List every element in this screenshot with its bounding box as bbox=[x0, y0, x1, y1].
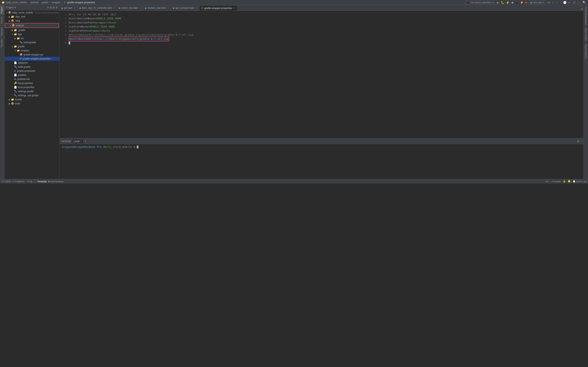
tree-local-props[interactable]: ▶ 📄 local.properties bbox=[4, 85, 60, 89]
tree-root[interactable]: ▾ 📦 daily_score_mobile ~/Documents/study… bbox=[4, 11, 60, 15]
tree-gradle-wrapper-props[interactable]: ▶ ⚙ gradle-wrapper.properties bbox=[4, 57, 60, 61]
git-check2-icon[interactable]: ✓ bbox=[555, 1, 559, 4]
file-tree-body: ▾ 📦 daily_score_mobile ~/Documents/study… bbox=[4, 10, 60, 179]
git-check1-icon[interactable]: ✓ bbox=[552, 1, 555, 4]
tree-gradlew-bat[interactable]: ▶ 🖥 gradlew.bat bbox=[4, 77, 60, 81]
tree-gradle-wrapper-props-label: gradle-wrapper.properties bbox=[23, 57, 51, 60]
tree-app[interactable]: ▾ 📁 app bbox=[4, 32, 60, 36]
git-branch-icon[interactable]: ⎇ bbox=[572, 1, 576, 4]
tree-dot-gradle[interactable]: ▶ 📁 .gradle bbox=[4, 28, 60, 32]
tab-flare-close[interactable]: ✕ bbox=[113, 7, 115, 9]
code-line-6: #distributionUrl=https\://services.gradl… bbox=[69, 33, 582, 37]
collapse-icon[interactable]: ⊟ bbox=[50, 6, 52, 9]
tab-props-close[interactable]: ✕ bbox=[233, 7, 236, 9]
tree-gradlew[interactable]: ▶ 📄 gradlew bbox=[4, 73, 60, 77]
breadcrumb-file[interactable]: gradle-wrapper.properties bbox=[67, 1, 95, 4]
breadcrumb-android[interactable]: android bbox=[30, 1, 38, 4]
sidebar-commit[interactable]: Commit bbox=[0, 15, 4, 25]
tree-build[interactable]: ▶ 📦 build bbox=[4, 101, 60, 106]
hot-reload-icon[interactable]: ⚡ bbox=[520, 1, 524, 4]
tree-gradle-wrapper-jar[interactable]: ▶ 📦 gradle-wrapper.jar bbox=[4, 53, 60, 57]
flutter-inspector-label[interactable]: Flutter Inspector bbox=[584, 42, 587, 60]
status-dart-analysis[interactable]: ◆ Dart Analysis bbox=[48, 180, 63, 183]
status-branch[interactable]: ⎇ master bbox=[551, 180, 561, 183]
tab-student-dao[interactable]: ◆ student_dao.dart ✕ bbox=[143, 5, 171, 11]
line1-content: #Fri Jun 23 08:50:38 CEST 2017 bbox=[69, 12, 117, 17]
tab-flare[interactable]: ◆ flare_sign_in_controller.dart ✕ bbox=[78, 5, 117, 11]
terminal-body[interactable]: dingwen@dingdeMacBook-Pro daily_score_mo… bbox=[60, 144, 584, 179]
tree-gradle-wrapper-jar-label: gradle-wrapper.jar bbox=[24, 53, 43, 56]
tab-flare-label: flare_sign_in_controller.dart bbox=[82, 7, 112, 9]
tab-get-close[interactable]: ✕ bbox=[73, 7, 76, 9]
terminal-header: Terminal: Local ✕ + ⚙ − bbox=[60, 138, 584, 144]
stop-icon[interactable]: ■ bbox=[525, 1, 527, 4]
terminal-new-tab[interactable]: + bbox=[84, 140, 87, 143]
tree-wrapper-dir[interactable]: ▾ 📁 wrapper bbox=[4, 49, 60, 53]
tab-api-close[interactable]: ✕ bbox=[195, 7, 198, 9]
breadcrumb-sep-4: › bbox=[62, 1, 62, 4]
breadcrumb-gradle[interactable]: gradle bbox=[42, 1, 48, 4]
tree-gitignore[interactable]: ▶ 📄 .gitignore bbox=[4, 61, 60, 65]
tree-build-gradle[interactable]: ▶ 🔧 build.gradle bbox=[4, 65, 60, 69]
breadcrumb-wrapper[interactable]: wrapper bbox=[52, 1, 61, 4]
git-push-icon[interactable]: ↑ bbox=[560, 1, 562, 4]
tab-score-dao[interactable]: ◆ score_dao.dart ✕ bbox=[117, 5, 143, 11]
tree-dart-tool[interactable]: ▶ 📁 .dart_tool bbox=[4, 15, 60, 19]
terminal-close-icon[interactable]: ✕ bbox=[80, 140, 82, 142]
device-selector[interactable]: 📱 <no device selected> ▾ bbox=[465, 1, 495, 4]
breadcrumb-daily[interactable]: daily_score_mobile bbox=[6, 1, 27, 4]
tree-build-gradle-app[interactable]: ▶ 🔧 build.gradle bbox=[4, 40, 60, 44]
tree-assets[interactable]: ▶ 📁 assets bbox=[4, 98, 60, 101]
status-todo[interactable]: ☑ TODO bbox=[2, 180, 11, 183]
flutter-outline-label[interactable]: Flutter Outline bbox=[584, 26, 587, 42]
tree-android[interactable]: ▾ 📦 android bbox=[5, 24, 59, 27]
expand-icon[interactable]: ⊞ bbox=[53, 6, 55, 9]
chevron-down-icon: ▾ bbox=[492, 1, 493, 4]
settings-icon[interactable]: ⚙ bbox=[56, 6, 58, 9]
dart-icon: ◆ bbox=[530, 1, 532, 4]
tree-local-props-label: local.properties bbox=[18, 86, 34, 89]
git-history-icon[interactable]: 🕐 bbox=[563, 1, 567, 4]
tree-src[interactable]: ▶ 📁 src bbox=[4, 36, 60, 40]
status-right: 8:1 ⎇ master 🔒 🙂 📋 Event Log bbox=[546, 180, 586, 183]
tab-api-constant[interactable]: ◆ api_constant.dart ✕ bbox=[171, 5, 199, 11]
tree-gradle-dir[interactable]: ▾ 📁 gradle bbox=[4, 44, 60, 49]
search-icon[interactable]: 🔍 bbox=[582, 1, 586, 4]
tab-gradle-wrapper-props[interactable]: ⚙ gradle-wrapper.properties ✕ bbox=[199, 5, 237, 11]
terminal-prompt: dingwen@dingdeMacBook-Pro bbox=[62, 145, 102, 149]
sidebar-structure[interactable]: Structure bbox=[0, 25, 4, 37]
status-terminal[interactable]: ⬛ Terminal bbox=[34, 180, 47, 183]
tab-overflow-arrow[interactable]: ▾ bbox=[580, 8, 584, 11]
sidebar-project[interactable]: Project bbox=[0, 5, 4, 15]
debug-icon[interactable]: 🐛 bbox=[501, 1, 505, 4]
back-icon[interactable]: ◀ bbox=[511, 1, 514, 4]
tab-score-dao-close[interactable]: ✕ bbox=[139, 7, 141, 9]
breadcrumb-sep-1: › bbox=[28, 1, 29, 4]
attach-icon[interactable]: ⚡ bbox=[506, 1, 510, 4]
tree-settings-gradle[interactable]: ▶ 🔧 settings.gradle bbox=[4, 89, 60, 93]
editor-area: ◆ get.dart ✕ ◆ flare_sign_in_controller.… bbox=[60, 5, 584, 179]
status-git[interactable]: ⎇ Git bbox=[26, 180, 32, 183]
sync-icon[interactable]: ⟳ bbox=[47, 6, 49, 9]
tab-get-dart[interactable]: ◆ get.dart ✕ bbox=[60, 5, 78, 11]
git-revert-icon[interactable]: ↩ bbox=[568, 1, 571, 4]
flutter-performance-label[interactable]: Flutter Performance bbox=[584, 5, 587, 26]
sidebar-favorites[interactable]: Favorites bbox=[0, 37, 4, 49]
phone2-icon[interactable]: 📱 bbox=[515, 1, 519, 4]
dart-button[interactable]: ◆ main.dart ▾ bbox=[529, 1, 545, 4]
tree-idea[interactable]: ▶ 📦 .idea bbox=[4, 19, 60, 23]
terminal-settings-icon[interactable]: ⚙ bbox=[577, 140, 579, 143]
git-more-icon[interactable]: ⋯ bbox=[577, 1, 580, 4]
run-icon[interactable]: ▶ bbox=[497, 1, 500, 4]
terminal-minimize-icon[interactable]: − bbox=[580, 140, 582, 143]
status-problems[interactable]: ⚠ Problems bbox=[12, 180, 25, 183]
code-editor[interactable]: #Fri Jun 23 08:50:38 CEST 2017 distribut… bbox=[68, 11, 584, 138]
status-event-log[interactable]: 📋 Event Log bbox=[573, 180, 586, 183]
tree-key-props[interactable]: ▶ 🔑 key.properties bbox=[4, 81, 60, 85]
right-panel: Flutter Performance Flutter Outline Flut… bbox=[584, 5, 588, 179]
project-icon: 📁 bbox=[2, 1, 5, 4]
tab-student-dao-close[interactable]: ✕ bbox=[167, 7, 169, 9]
terminal-tab-local[interactable]: Local ✕ bbox=[72, 140, 83, 143]
tree-settings-aar[interactable]: ▶ 🔧 settings_aar.gradle bbox=[4, 93, 60, 98]
tree-gradle-props[interactable]: ▶ ⚙ gradle.properties bbox=[4, 69, 60, 73]
